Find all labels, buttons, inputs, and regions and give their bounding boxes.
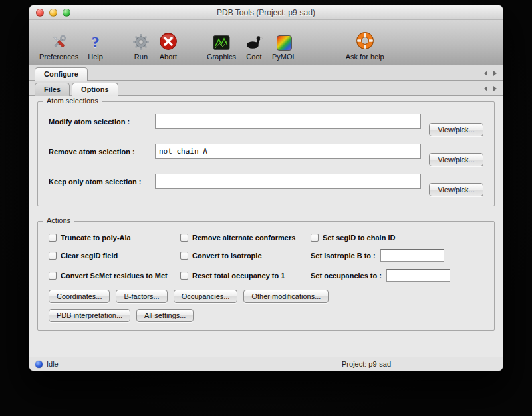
set-occupancies-label: Set occupancies to : [311, 272, 382, 280]
status-bar: Idle Project: p9-sad [29, 357, 503, 371]
occupancies-button[interactable]: Occupancies... [174, 290, 238, 303]
coot-button[interactable]: Coot [241, 31, 267, 61]
coot-label: Coot [246, 53, 261, 61]
remove-selection-row: Remove atom selection : View/pick... [49, 144, 483, 166]
actions-button-row-2: PDB interpretation... All settings... [49, 309, 483, 322]
tab-configure[interactable]: Configure [35, 67, 88, 81]
view-pick-modify-button[interactable]: View/pick... [429, 123, 483, 136]
modify-selection-label: Modify atom selection : [49, 114, 155, 126]
help-icon: ? [92, 31, 100, 51]
checkbox-icon[interactable] [180, 272, 188, 280]
pymol-icon [277, 31, 292, 51]
checkbox-label: Convert SeMet residues to Met [61, 272, 168, 280]
checkbox-icon[interactable] [180, 252, 188, 260]
main-tab-bar: Configure [29, 65, 503, 81]
tab-configure-label: Configure [44, 70, 78, 78]
toolbar: Preferences ? Help [29, 20, 503, 65]
keep-only-selection-label: Keep only atom selection : [49, 174, 155, 186]
pymol-label: PyMOL [272, 53, 297, 61]
checkbox-icon[interactable] [49, 234, 57, 242]
status-text: Idle [47, 360, 59, 368]
set-isotropic-b-label: Set isotropic B to : [311, 252, 376, 260]
atom-selections-group: Atom selections Modify atom selection : … [37, 101, 495, 206]
run-button[interactable]: Run [128, 31, 154, 61]
checkbox-icon[interactable] [49, 252, 57, 260]
modify-selection-input[interactable] [155, 114, 421, 129]
graphics-icon [213, 31, 230, 51]
minimize-button[interactable] [49, 9, 57, 17]
tab-scroll-controls [484, 86, 497, 91]
tab-scroll-right-icon[interactable] [493, 71, 497, 76]
preferences-button[interactable]: Preferences [35, 31, 83, 61]
checkbox-label: Remove alternate conformers [192, 234, 295, 242]
checkbox-icon[interactable] [311, 234, 319, 242]
checkbox-set-segid-to-chain-id[interactable]: Set segID to chain ID [311, 234, 483, 242]
abort-button[interactable]: Abort [154, 31, 182, 61]
remove-selection-input[interactable] [155, 144, 421, 159]
checkbox-label: Truncate to poly-Ala [61, 234, 131, 242]
abort-label: Abort [160, 53, 177, 61]
all-settings-button[interactable]: All settings... [136, 309, 194, 322]
pdb-interpretation-button[interactable]: PDB interpretation... [49, 309, 130, 322]
tab-files[interactable]: Files [35, 83, 70, 96]
actions-group: Actions Truncate to poly-Ala Remove alte… [37, 221, 495, 331]
run-gear-icon [132, 31, 150, 51]
occupancies-input[interactable] [386, 269, 450, 282]
other-modifications-button[interactable]: Other modifications... [243, 290, 329, 303]
coordinates-button[interactable]: Coordinates... [49, 290, 110, 303]
modify-selection-row: Modify atom selection : View/pick... [49, 114, 483, 136]
tab-options[interactable]: Options [72, 83, 118, 96]
ask-for-help-button[interactable]: Ask for help [341, 31, 389, 61]
graphics-label: Graphics [207, 53, 236, 61]
checkbox-truncate-poly-ala[interactable]: Truncate to poly-Ala [49, 234, 180, 242]
checkbox-remove-alternate-conformers[interactable]: Remove alternate conformers [180, 234, 311, 242]
atom-selections-title: Atom selections [43, 97, 102, 104]
isotropic-b-input[interactable] [380, 249, 444, 262]
titlebar[interactable]: PDB Tools (Project: p9-sad) [29, 5, 503, 20]
preferences-icon [51, 31, 68, 51]
view-pick-remove-button[interactable]: View/pick... [429, 153, 483, 166]
checkbox-label: Reset total occupancy to 1 [192, 272, 285, 280]
checkbox-convert-semet-to-met[interactable]: Convert SeMet residues to Met [49, 272, 180, 280]
graphics-button[interactable]: Graphics [202, 31, 241, 61]
actions-button-row-1: Coordinates... B-factors... Occupancies.… [49, 290, 483, 303]
lifebuoy-icon [355, 31, 375, 51]
remove-selection-label: Remove atom selection : [49, 144, 155, 156]
actions-title: Actions [43, 216, 74, 224]
checkbox-icon[interactable] [49, 272, 57, 280]
set-isotropic-b-field: Set isotropic B to : [311, 249, 483, 262]
b-factors-button[interactable]: B-factors... [116, 290, 167, 303]
checkbox-icon[interactable] [180, 234, 188, 242]
tab-scroll-right-icon[interactable] [493, 86, 497, 91]
keep-only-selection-input[interactable] [155, 174, 421, 189]
tab-scroll-left-icon[interactable] [484, 86, 487, 91]
set-occupancies-field: Set occupancies to : [311, 269, 483, 282]
actions-checkbox-grid: Truncate to poly-Ala Remove alternate co… [49, 234, 483, 282]
desktop: PDB Tools (Project: p9-sad) [0, 5, 532, 416]
view-pick-keep-only-button[interactable]: View/pick... [429, 183, 483, 196]
help-button[interactable]: ? Help [83, 31, 108, 61]
checkbox-convert-to-isotropic[interactable]: Convert to isotropic [180, 252, 311, 260]
tab-files-label: Files [44, 85, 61, 93]
checkbox-reset-total-occupancy[interactable]: Reset total occupancy to 1 [180, 272, 311, 280]
help-label: Help [88, 53, 103, 61]
window-title: PDB Tools (Project: p9-sad) [29, 5, 503, 19]
window-controls [36, 9, 70, 17]
pdb-tools-window: PDB Tools (Project: p9-sad) [29, 5, 503, 371]
pymol-button[interactable]: PyMOL [267, 31, 301, 61]
close-button[interactable] [36, 9, 44, 17]
checkbox-clear-segid-field[interactable]: Clear segID field [49, 252, 180, 260]
sub-tab-bar: Files Options [29, 81, 503, 96]
zoom-button[interactable] [63, 9, 70, 17]
status-indicator-icon [35, 361, 43, 368]
tab-scroll-controls [484, 71, 497, 76]
coot-bird-icon [245, 31, 263, 51]
preferences-label: Preferences [39, 53, 78, 61]
project-label: Project: p9-sad [342, 360, 391, 368]
tab-scroll-left-icon[interactable] [484, 71, 487, 76]
abort-icon [159, 31, 178, 51]
ask-for-help-label: Ask for help [346, 53, 384, 61]
run-label: Run [134, 53, 148, 61]
keep-only-selection-row: Keep only atom selection : View/pick... [49, 174, 483, 196]
options-pane: Atom selections Modify atom selection : … [29, 96, 503, 357]
